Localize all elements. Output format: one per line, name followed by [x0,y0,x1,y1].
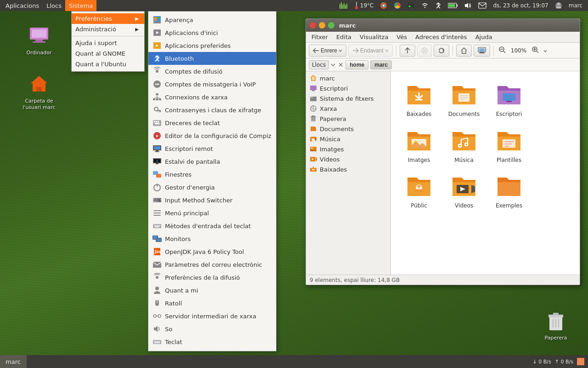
pref-sound[interactable]: So [148,322,276,335]
fm-menu-fitxer[interactable]: Fitxer [308,33,332,41]
sistema-preferences[interactable]: Preferències ▶ [72,13,144,24]
taskbar-marc[interactable]: marc [0,355,27,368]
menu-aplicacions[interactable]: Aplicacions [2,0,43,11]
volume-icon[interactable] [463,0,474,11]
zoom-in-button[interactable] [530,46,540,55]
back-button[interactable]: Enrere [309,45,346,57]
sidebar-xarxa[interactable]: Xarxa [306,104,390,114]
sidebar-documents[interactable]: Documents [306,124,390,134]
fm-menu-ves[interactable]: Vés [393,33,411,41]
pref-main-menu[interactable]: Menú principal [148,207,276,219]
pref-proxy[interactable]: Servidor intermediari de xarxa [148,310,276,322]
file-documents[interactable]: Documents [443,79,485,121]
pref-broadcast[interactable]: Comptes de difusió [148,65,276,78]
pref-messaging[interactable]: Comptes de missatgeria i VoIP [148,78,276,91]
sidebar-musica[interactable]: Música [306,134,390,144]
email-icon[interactable] [476,0,488,11]
path-home-btn[interactable]: home [345,60,368,69]
bluetooth-icon[interactable] [433,0,443,11]
sidebar-baixades[interactable]: Baixades [306,164,390,174]
pref-compiz[interactable]: ✦ Editor de la configuració de Compiz [148,129,276,142]
desktop-icon-trash[interactable]: Paperera [535,308,577,344]
sistema-admin[interactable]: Administració ▶ [72,24,144,34]
terminal-icon[interactable]: ▶_ [406,0,417,11]
sidebar-filesystem[interactable]: Sistema de fitxers [306,93,390,104]
sistema-sep [72,36,144,36]
window-maximize-btn[interactable] [328,22,334,29]
sistema-about-gnome[interactable]: Quant al GNOME [72,48,144,59]
pref-input-method[interactable]: ABCあ Input Method Switcher [148,194,276,207]
window-close-btn[interactable] [310,22,316,29]
pref-aparenca[interactable]: Aparença [148,13,276,26]
sistema-about-ubuntu[interactable]: Quant a l'Ubuntu [72,59,144,69]
file-escriptori[interactable]: Escriptori [488,79,530,121]
sidebar-videos[interactable]: Vídeos [306,154,390,164]
sidebar-marc[interactable]: marc [306,73,390,83]
user-avatar[interactable] [553,0,564,11]
file-musica[interactable]: Música [443,125,485,167]
sidebar-imatges[interactable]: Imatges [306,144,390,154]
desktop-icon-home[interactable]: Carpeta de l'usuari marc [18,71,60,114]
pref-email[interactable]: Paràmetres del correu electrònic [148,258,276,271]
sistema-help[interactable]: Ajuda i suport [72,38,144,48]
fm-menu-edita[interactable]: Edita [333,33,355,41]
sidebar-escriptori[interactable]: Escriptori [306,83,390,93]
computer-button[interactable] [474,45,490,57]
home-button[interactable] [456,45,472,57]
images-sidebar-icon [310,145,317,153]
pref-mouse[interactable]: Ratolí [148,297,276,310]
battery-icon[interactable] [446,0,460,11]
about-me-icon [152,285,162,295]
menu-llocs[interactable]: Llocs [43,0,65,11]
file-imatges[interactable]: Imatges [398,125,440,167]
file-baixades[interactable]: Baixades [398,79,440,121]
location-close-btn[interactable]: ✕ [338,61,344,69]
pref-java[interactable]: Java OpenJDK Java 6 Policy Tool [148,245,276,258]
sysmon-icon[interactable] [338,0,350,11]
pref-shortcuts[interactable]: Dreceres de teclat [148,116,276,129]
file-public[interactable]: Públic [398,170,440,213]
file-plantilles[interactable]: Plantilles [488,125,530,167]
pref-broadcast-pref[interactable]: Preferències de la difusió [148,271,276,284]
pref-keyring[interactable]: Contrasenyes i claus de xifratge [148,104,276,116]
wifi-icon[interactable] [419,0,430,11]
pref-keyboard[interactable]: Teclat [148,335,276,348]
firefox-icon[interactable] [378,0,389,11]
pref-accessibility[interactable]: Tecnologies assistives [148,348,276,351]
svg-rect-96 [155,341,156,342]
pref-power[interactable]: Gestor d'energia [148,181,276,194]
pref-remote[interactable]: Escriptori remot [148,142,276,155]
up-button[interactable] [400,45,415,57]
stop-button[interactable] [417,45,432,57]
pref-startup[interactable]: Aplicacions d'inici [148,26,276,39]
pref-network[interactable]: Connexions de xarxa [148,91,276,104]
desktop-icon-computer[interactable]: Ordinador [18,23,60,59]
fm-menu-ajuda[interactable]: Ajuda [472,33,496,41]
pref-bluetooth[interactable]: Bluetooth [148,52,276,65]
datetime-display[interactable]: ds, 23 de oct, 19:07 [491,0,550,11]
pref-windows[interactable]: Finestres [148,168,276,181]
reload-button[interactable] [434,45,449,57]
fm-menu-adreces[interactable]: Adreces d'interès [412,33,471,41]
zoom-dropdown-button[interactable] [542,46,548,55]
pref-keyboard-input[interactable]: Mètodes d'entrada del teclat [148,219,276,232]
path-marc-btn[interactable]: marc [370,60,392,69]
fm-menu-visualitza[interactable]: Visualitza [356,33,392,41]
window-minimize-btn[interactable] [319,22,325,29]
zoom-out-button[interactable] [497,46,507,55]
temp-icon[interactable]: 19°C [352,0,376,11]
forward-button[interactable]: Endavant [348,45,393,57]
pref-about-me[interactable]: Quant a mi [148,284,276,297]
svg-rect-6 [356,2,357,7]
pref-monitors[interactable]: Monitors [148,232,276,245]
file-exemples[interactable]: Exemples [488,170,530,213]
pref-preferred[interactable]: ✦ Aplicacions preferides [148,39,276,52]
username-display[interactable]: marc [567,0,584,11]
menu-sistema[interactable]: Sistema [65,0,96,11]
sidebar-paperera[interactable]: Paperera [306,114,390,124]
chrome-icon[interactable] [392,0,403,11]
file-videos[interactable]: Vídeos [443,170,485,213]
pref-screensaver[interactable]: Estalvi de pantalla [148,155,276,168]
keyboard-icon [152,337,162,347]
location-label[interactable]: Llocs [309,60,329,69]
